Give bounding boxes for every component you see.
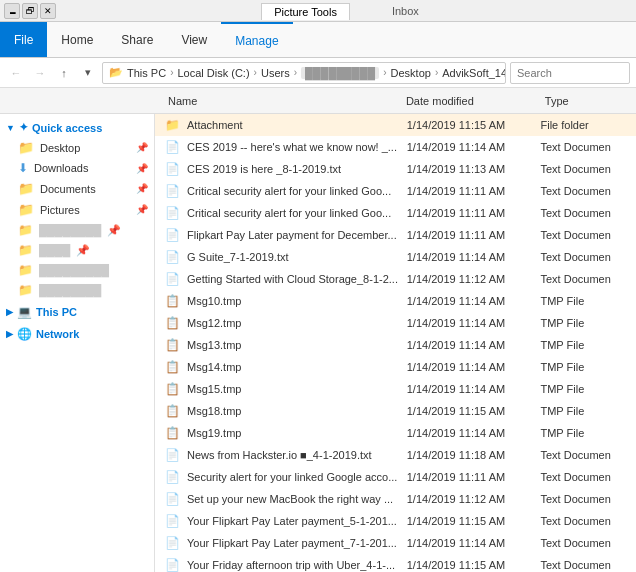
file-type: TMP File [540, 295, 636, 307]
sidebar-item-blurred4[interactable]: 📁 ████████ [0, 280, 154, 300]
txt-icon: 📄 [165, 470, 183, 484]
file-date: 1/14/2019 11:11 AM [407, 229, 541, 241]
txt-icon: 📄 [165, 250, 183, 264]
sidebar-item-documents[interactable]: 📁 Documents 📌 [0, 178, 154, 199]
tab-view[interactable]: View [167, 22, 221, 57]
table-row[interactable]: 📋 Msg12.tmp 1/14/2019 11:14 AM TMP File [155, 312, 636, 334]
sidebar-this-pc-header[interactable]: ▶ 💻 This PC [0, 302, 154, 322]
table-row[interactable]: 📋 Msg10.tmp 1/14/2019 11:14 AM TMP File [155, 290, 636, 312]
txt-icon: 📄 [165, 228, 183, 242]
sidebar-documents-label: Documents [40, 183, 96, 195]
sidebar-item-desktop[interactable]: 📁 Desktop 📌 [0, 137, 154, 158]
path-username: █████████ [301, 67, 379, 79]
tmp-icon: 📋 [165, 404, 183, 418]
column-headers: Name Date modified Type [0, 88, 636, 114]
table-row[interactable]: 📄 G Suite_7-1-2019.txt 1/14/2019 11:14 A… [155, 246, 636, 268]
sidebar-item-blurred2[interactable]: 📁 ████ 📌 [0, 240, 154, 260]
sidebar-item-blurred1[interactable]: 📁 ████████ 📌 [0, 220, 154, 240]
col-header-type[interactable]: Type [537, 95, 636, 107]
table-row[interactable]: 📄 Getting Started with Cloud Storage_8-1… [155, 268, 636, 290]
table-row[interactable]: 📄 Your Flipkart Pay Later payment_5-1-20… [155, 510, 636, 532]
table-row[interactable]: 📄 News from Hackster.io ■_4-1-2019.txt 1… [155, 444, 636, 466]
file-name: Your Friday afternoon trip with Uber_4-1… [187, 559, 407, 571]
table-row[interactable]: 📋 Msg18.tmp 1/14/2019 11:15 AM TMP File [155, 400, 636, 422]
file-name: News from Hackster.io ■_4-1-2019.txt [187, 449, 407, 461]
txt-icon: 📄 [165, 162, 183, 176]
table-row[interactable]: 📄 Flipkart Pay Later payment for Decembe… [155, 224, 636, 246]
file-type: TMP File [540, 427, 636, 439]
file-date: 1/14/2019 11:11 AM [407, 471, 541, 483]
table-row[interactable]: 📄 CES 2019 -- here's what we know now! _… [155, 136, 636, 158]
file-date: 1/14/2019 11:14 AM [407, 537, 541, 549]
txt-icon: 📄 [165, 448, 183, 462]
quick-access-label: Quick access [32, 122, 102, 134]
table-row[interactable]: 📄 Set up your new MacBook the right way … [155, 488, 636, 510]
sidebar-item-blurred3[interactable]: 📁 █████████ [0, 260, 154, 280]
tab-share[interactable]: Share [107, 22, 167, 57]
file-name: CES 2019 -- here's what we know now! _..… [187, 141, 407, 153]
sidebar: ▼ ✦ Quick access 📁 Desktop 📌 ⬇ Downloads… [0, 114, 155, 572]
recent-button[interactable]: ▾ [78, 63, 98, 83]
up-button[interactable]: ↑ [54, 63, 74, 83]
table-row[interactable]: 📋 Msg15.tmp 1/14/2019 11:14 AM TMP File [155, 378, 636, 400]
sidebar-item-pictures[interactable]: 📁 Pictures 📌 [0, 199, 154, 220]
table-row[interactable]: 📄 Critical security alert for your linke… [155, 180, 636, 202]
table-row[interactable]: 📄 Security alert for your linked Google … [155, 466, 636, 488]
tmp-icon: 📋 [165, 360, 183, 374]
table-row[interactable]: 📋 Msg14.tmp 1/14/2019 11:14 AM TMP File [155, 356, 636, 378]
file-type: Text Documen [540, 141, 636, 153]
file-name: Critical security alert for your linked … [187, 207, 407, 219]
file-type: Text Documen [540, 449, 636, 461]
close-button[interactable]: ✕ [40, 3, 56, 19]
picture-tools-tab[interactable]: Picture Tools [261, 3, 350, 20]
pin-icon: 📌 [136, 142, 148, 153]
file-name: Msg19.tmp [187, 427, 407, 439]
address-path[interactable]: 📂 This PC › Local Disk (C:) › Users › ██… [102, 62, 506, 84]
file-name: Msg10.tmp [187, 295, 407, 307]
col-header-date[interactable]: Date modified [398, 95, 537, 107]
tab-home[interactable]: Home [47, 22, 107, 57]
network-label: Network [36, 328, 79, 340]
download-icon: ⬇ [18, 161, 28, 175]
minimize-button[interactable]: 🗕 [4, 3, 20, 19]
search-input[interactable] [510, 62, 630, 84]
file-date: 1/14/2019 11:18 AM [407, 449, 541, 461]
file-date: 1/14/2019 11:12 AM [407, 493, 541, 505]
table-row[interactable]: 📄 Your Flipkart Pay Later payment_7-1-20… [155, 532, 636, 554]
blurred-label-1: ████████ [39, 224, 101, 236]
star-icon: ✦ [19, 121, 28, 134]
file-date: 1/14/2019 11:14 AM [407, 361, 541, 373]
forward-button[interactable]: → [30, 63, 50, 83]
sidebar-pictures-label: Pictures [40, 204, 80, 216]
file-button[interactable]: File [0, 22, 47, 57]
maximize-button[interactable]: 🗗 [22, 3, 38, 19]
ribbon-tabs: Home Share View Manage [47, 22, 292, 57]
tmp-icon: 📋 [165, 426, 183, 440]
table-row[interactable]: 📄 Your Friday afternoon trip with Uber_4… [155, 554, 636, 572]
table-row[interactable]: 📁 Attachment 1/14/2019 11:15 AM File fol… [155, 114, 636, 136]
txt-icon: 📄 [165, 272, 183, 286]
txt-icon: 📄 [165, 558, 183, 572]
txt-icon: 📄 [165, 184, 183, 198]
inbox-tab[interactable]: Inbox [380, 3, 431, 19]
file-type: TMP File [540, 317, 636, 329]
file-type: Text Documen [540, 559, 636, 571]
sidebar-network-header[interactable]: ▶ 🌐 Network [0, 324, 154, 344]
back-button[interactable]: ← [6, 63, 26, 83]
sidebar-this-pc-section: ▶ 💻 This PC [0, 302, 154, 322]
network-icon: 🌐 [17, 327, 32, 341]
sidebar-item-downloads[interactable]: ⬇ Downloads 📌 [0, 158, 154, 178]
sidebar-quick-access-header[interactable]: ▼ ✦ Quick access [0, 118, 154, 137]
chevron-down-icon: ▼ [6, 123, 15, 133]
table-row[interactable]: 📄 CES 2019 is here _8-1-2019.txt 1/14/20… [155, 158, 636, 180]
col-header-name[interactable]: Name [160, 95, 398, 107]
file-date: 1/14/2019 11:15 AM [407, 559, 541, 571]
table-row[interactable]: 📋 Msg19.tmp 1/14/2019 11:14 AM TMP File [155, 422, 636, 444]
txt-icon: 📄 [165, 140, 183, 154]
tab-manage[interactable]: Manage [221, 22, 292, 57]
table-row[interactable]: 📄 Critical security alert for your linke… [155, 202, 636, 224]
file-type: Text Documen [540, 229, 636, 241]
path-desktop: Desktop [391, 67, 431, 79]
table-row[interactable]: 📋 Msg13.tmp 1/14/2019 11:14 AM TMP File [155, 334, 636, 356]
file-name: Msg12.tmp [187, 317, 407, 329]
